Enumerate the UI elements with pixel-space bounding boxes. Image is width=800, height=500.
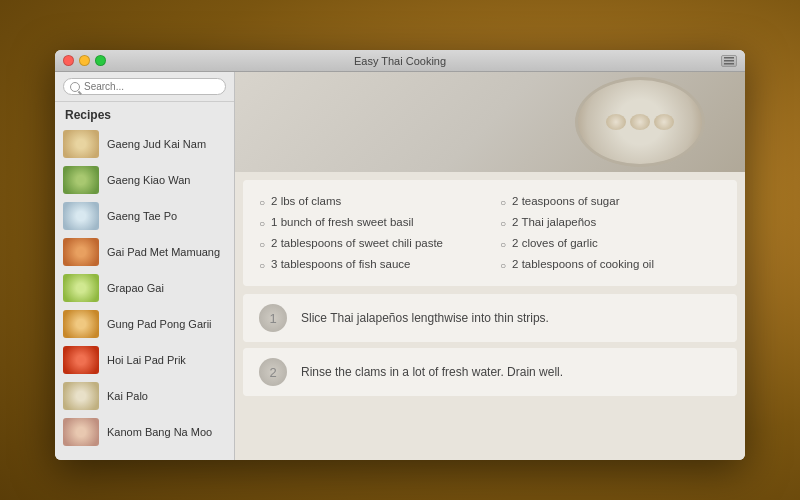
title-bar: Easy Thai Cooking	[55, 50, 745, 72]
bullet: ○	[500, 237, 506, 253]
sidebar: Recipes Gaeng Jud Kai Nam Gaeng Kiao Wan…	[55, 72, 235, 460]
recipe-name: Kai Palo	[107, 390, 148, 402]
recipe-name: Kanom Bang Na Moo	[107, 426, 212, 438]
ingredients-section: ○2 lbs of clams○2 teaspoons of sugar○1 b…	[243, 180, 737, 286]
recipe-thumbnail	[63, 346, 99, 374]
ingredient-item: ○2 Thai jalapeños	[500, 213, 721, 232]
recipe-thumbnail	[63, 166, 99, 194]
step-item: 1 Slice Thai jalapeños lengthwise into t…	[243, 294, 737, 342]
ingredient-text: 1 bunch of fresh sweet basil	[271, 213, 414, 231]
ingredient-item: ○2 teaspoons of sugar	[500, 192, 721, 211]
recipe-thumbnail	[63, 238, 99, 266]
ingredient-item: ○2 tablespoons of sweet chili paste	[259, 234, 480, 253]
main-content: Recipes Gaeng Jud Kai Nam Gaeng Kiao Wan…	[55, 72, 745, 460]
food-items	[606, 114, 674, 130]
traffic-lights	[63, 55, 106, 66]
bullet: ○	[259, 216, 265, 232]
step-number: 1	[259, 304, 287, 332]
search-input[interactable]	[84, 81, 219, 92]
ingredient-text: 2 cloves of garlic	[512, 234, 598, 252]
ingredient-text: 2 tablespoons of sweet chili paste	[271, 234, 443, 252]
plate	[575, 77, 705, 167]
recipe-list-item[interactable]: Gaeng Kiao Wan	[55, 162, 234, 198]
hero-image	[235, 72, 745, 172]
bullet: ○	[500, 258, 506, 274]
food-item	[654, 114, 674, 130]
svg-rect-1	[724, 60, 734, 62]
ingredient-text: 2 lbs of clams	[271, 192, 341, 210]
ingredient-item: ○3 tablespoons of fish sauce	[259, 255, 480, 274]
step-item: 2 Rinse the clams in a lot of fresh wate…	[243, 348, 737, 396]
bullet: ○	[259, 237, 265, 253]
recipe-list-item[interactable]: Grapao Gai	[55, 270, 234, 306]
recipe-list-item[interactable]: Hoi Lai Pad Prik	[55, 342, 234, 378]
recipe-list-item[interactable]: Gaeng Jud Kai Nam	[55, 126, 234, 162]
recipe-thumbnail	[63, 382, 99, 410]
toolbar-toggle[interactable]	[721, 55, 737, 67]
recipe-name: Gaeng Jud Kai Nam	[107, 138, 206, 150]
recipe-list-item[interactable]: Kanom Bang Na Moo	[55, 414, 234, 450]
step-number: 2	[259, 358, 287, 386]
recipe-name: Grapao Gai	[107, 282, 164, 294]
ingredient-text: 2 tablespoons of cooking oil	[512, 255, 654, 273]
ingredient-text: 2 teaspoons of sugar	[512, 192, 619, 210]
window-title: Easy Thai Cooking	[354, 55, 446, 67]
ingredient-item: ○2 tablespoons of cooking oil	[500, 255, 721, 274]
recipe-thumbnail	[63, 130, 99, 158]
recipe-list-item[interactable]: Gaeng Tae Po	[55, 198, 234, 234]
bullet: ○	[500, 195, 506, 211]
recipe-name: Gung Pad Pong Garii	[107, 318, 212, 330]
bullet: ○	[259, 195, 265, 211]
recipe-list-item[interactable]: Kai Palo	[55, 378, 234, 414]
recipe-name: Gai Pad Met Mamuang	[107, 246, 220, 258]
ingredient-item: ○2 cloves of garlic	[500, 234, 721, 253]
minimize-button[interactable]	[79, 55, 90, 66]
step-text: Slice Thai jalapeños lengthwise into thi…	[301, 310, 549, 327]
maximize-button[interactable]	[95, 55, 106, 66]
food-item	[606, 114, 626, 130]
app-window: Easy Thai Cooking Recipes Gaeng Jud K	[55, 50, 745, 460]
recipe-thumbnail	[63, 418, 99, 446]
recipe-name: Gaeng Tae Po	[107, 210, 177, 222]
ingredient-text: 3 tablespoons of fish sauce	[271, 255, 410, 273]
right-panel: ○2 lbs of clams○2 teaspoons of sugar○1 b…	[235, 72, 745, 460]
step-text: Rinse the clams in a lot of fresh water.…	[301, 364, 563, 381]
svg-rect-0	[724, 57, 734, 59]
recipes-heading: Recipes	[55, 102, 234, 126]
recipe-list-item[interactable]: Gung Pad Pong Garii	[55, 306, 234, 342]
recipe-thumbnail	[63, 310, 99, 338]
recipe-list-item[interactable]: Gai Pad Met Mamuang	[55, 234, 234, 270]
food-item	[630, 114, 650, 130]
ingredient-text: 2 Thai jalapeños	[512, 213, 596, 231]
recipe-list: Gaeng Jud Kai Nam Gaeng Kiao Wan Gaeng T…	[55, 126, 234, 460]
ingredients-grid: ○2 lbs of clams○2 teaspoons of sugar○1 b…	[259, 192, 721, 274]
recipe-name: Gaeng Kiao Wan	[107, 174, 190, 186]
search-wrap[interactable]	[63, 78, 226, 95]
recipe-thumbnail	[63, 202, 99, 230]
steps-section: 1 Slice Thai jalapeños lengthwise into t…	[235, 294, 745, 404]
svg-rect-2	[724, 63, 734, 65]
bullet: ○	[259, 258, 265, 274]
ingredient-item: ○2 lbs of clams	[259, 192, 480, 211]
bullet: ○	[500, 216, 506, 232]
close-button[interactable]	[63, 55, 74, 66]
search-bar	[55, 72, 234, 102]
recipe-name: Hoi Lai Pad Prik	[107, 354, 186, 366]
recipe-thumbnail	[63, 274, 99, 302]
search-icon	[70, 82, 80, 92]
ingredient-item: ○1 bunch of fresh sweet basil	[259, 213, 480, 232]
